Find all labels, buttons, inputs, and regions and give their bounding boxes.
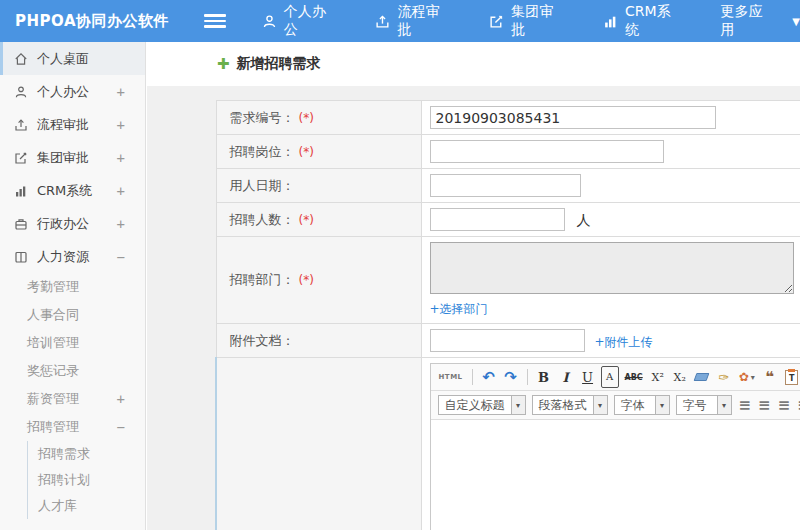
palette-icon: ✿ bbox=[739, 370, 749, 384]
add-icon: ✚ bbox=[217, 55, 230, 73]
html-source-button[interactable]: HTML bbox=[437, 366, 465, 388]
format-brush-button[interactable]: ✑ bbox=[715, 366, 733, 388]
field-label: 附件文档： bbox=[230, 333, 295, 348]
sidebar-item-salary[interactable]: 薪资管理 + bbox=[0, 385, 145, 413]
position-input[interactable] bbox=[430, 140, 664, 163]
font-style-button[interactable]: A bbox=[601, 366, 619, 388]
sidebar-submenu: 招聘需求 招聘计划 人才库 bbox=[27, 441, 145, 519]
upload-attachment-link[interactable]: +附件上传 bbox=[595, 335, 653, 349]
rich-text-editor: HTML ↶ ↷ B I U A ABC X² X₂ ✑ bbox=[430, 363, 800, 530]
sidebar-item-attendance[interactable]: 考勤管理 bbox=[0, 273, 145, 301]
sidebar-item-personal-desktop[interactable]: 个人桌面 bbox=[0, 42, 145, 75]
select-department-link[interactable]: +选择部门 bbox=[430, 302, 488, 316]
department-textarea[interactable] bbox=[430, 242, 794, 294]
nav-more-apps[interactable]: 更多应用 ▼ bbox=[721, 3, 800, 39]
sidebar-item-human-resources[interactable]: 人力资源 − bbox=[0, 240, 145, 273]
expand-icon[interactable]: + bbox=[117, 84, 125, 100]
hamburger-menu-icon[interactable] bbox=[204, 11, 226, 31]
book-icon bbox=[14, 250, 28, 264]
strikethrough-button[interactable]: ABC bbox=[623, 366, 645, 388]
form-row-department: 招聘部门：(*) +选择部门 bbox=[216, 237, 800, 324]
hire-date-input[interactable] bbox=[430, 174, 581, 197]
request-number-input[interactable] bbox=[430, 106, 716, 129]
main-content: ✚ 新增招聘需求 需求编号：(*) 招聘岗位：(*) 用人日期： 招聘人数：(*… bbox=[147, 42, 800, 530]
blockquote-button[interactable]: ❝ bbox=[761, 366, 779, 388]
headcount-input[interactable] bbox=[430, 208, 565, 231]
unit-label: 人 bbox=[577, 212, 591, 228]
sidebar-item-rewards[interactable]: 奖惩记录 bbox=[0, 357, 145, 385]
chart-icon bbox=[14, 184, 28, 198]
chevron-down-icon: ▾ bbox=[717, 396, 731, 414]
expand-icon[interactable]: + bbox=[117, 183, 125, 199]
sidebar-item-group-approval[interactable]: 集团审批 + bbox=[0, 141, 145, 174]
nav-workflow-approval[interactable]: 流程审批 bbox=[375, 3, 453, 39]
required-mark: (*) bbox=[299, 273, 314, 287]
redo-icon[interactable]: ↷ bbox=[502, 366, 520, 388]
nav-group-approval[interactable]: 集团审批 bbox=[489, 3, 567, 39]
nav-personal-office[interactable]: 个人办公 bbox=[262, 3, 340, 39]
field-label: 需求编号： bbox=[230, 110, 295, 125]
color-palette-button[interactable]: ✿▾ bbox=[737, 366, 757, 388]
sidebar-item-personal-office[interactable]: 个人办公 + bbox=[0, 75, 145, 108]
sidebar-item-admin-office[interactable]: 行政办公 + bbox=[0, 207, 145, 240]
editor-toolbar-row2: 自定义标题▾ 段落格式▾ 字体▾ 字号▾ ≡ ≡ ≡ ≡ bbox=[431, 391, 800, 420]
top-header: PHPOA协同办公软件 个人办公 流程审批 集团审批 CRM系统 更多应用 ▼ bbox=[0, 0, 800, 42]
field-label: 招聘岗位： bbox=[230, 144, 295, 159]
expand-icon[interactable]: + bbox=[117, 150, 125, 166]
required-mark: (*) bbox=[299, 111, 314, 125]
required-mark: (*) bbox=[299, 213, 314, 227]
nav-crm-system[interactable]: CRM系统 bbox=[603, 3, 684, 39]
field-label: 招聘部门： bbox=[230, 272, 295, 287]
align-left-button[interactable]: ≡ bbox=[739, 396, 751, 414]
italic-button[interactable]: I bbox=[557, 366, 575, 388]
sidebar-item-workflow-approval[interactable]: 流程审批 + bbox=[0, 108, 145, 141]
collapse-icon[interactable]: − bbox=[117, 249, 125, 265]
align-right-button[interactable]: ≡ bbox=[778, 396, 790, 414]
sidebar-item-training[interactable]: 培训管理 bbox=[0, 329, 145, 357]
required-mark: (*) bbox=[299, 145, 314, 159]
sidebar-item-crm-system[interactable]: CRM系统 + bbox=[0, 174, 145, 207]
editor-content-area[interactable] bbox=[431, 420, 800, 530]
undo-icon[interactable]: ↶ bbox=[480, 366, 498, 388]
sidebar-item-recruit-request[interactable]: 招聘需求 bbox=[28, 441, 145, 467]
form-row-attachment: 附件文档： +附件上传 bbox=[216, 324, 800, 358]
eraser-button[interactable] bbox=[693, 366, 711, 388]
custom-heading-select[interactable]: 自定义标题▾ bbox=[438, 395, 526, 415]
paragraph-format-select[interactable]: 段落格式▾ bbox=[532, 395, 608, 415]
font-size-select[interactable]: 字号▾ bbox=[676, 395, 732, 415]
home-icon bbox=[14, 52, 28, 66]
field-label: 招聘人数： bbox=[230, 212, 295, 227]
attachment-input[interactable] bbox=[430, 329, 585, 352]
app-logo: PHPOA协同办公软件 bbox=[0, 12, 190, 31]
font-family-select[interactable]: 字体▾ bbox=[614, 395, 670, 415]
page-title-bar: ✚ 新增招聘需求 bbox=[147, 42, 800, 86]
chart-icon bbox=[603, 14, 618, 29]
align-center-button[interactable]: ≡ bbox=[758, 396, 770, 414]
chevron-down-icon: ▾ bbox=[593, 396, 607, 414]
eraser-icon bbox=[694, 373, 710, 381]
expand-icon[interactable]: + bbox=[117, 117, 125, 133]
edit-icon bbox=[14, 151, 28, 165]
form-row-position: 招聘岗位：(*) bbox=[216, 135, 800, 169]
form-row-request-number: 需求编号：(*) bbox=[216, 101, 800, 135]
paste-button[interactable]: T bbox=[783, 366, 800, 388]
chevron-down-icon: ▾ bbox=[511, 396, 525, 414]
expand-icon[interactable]: + bbox=[117, 391, 125, 407]
collapse-icon[interactable]: − bbox=[117, 419, 125, 435]
chevron-down-icon: ▾ bbox=[655, 396, 669, 414]
form-row-headcount: 招聘人数：(*) 人 bbox=[216, 203, 800, 237]
underline-button[interactable]: U bbox=[579, 366, 597, 388]
subscript-button[interactable]: X₂ bbox=[671, 366, 689, 388]
user-icon bbox=[14, 85, 28, 99]
expand-icon[interactable]: + bbox=[117, 216, 125, 232]
flow-icon bbox=[14, 118, 28, 132]
sidebar-item-recruit-plan[interactable]: 招聘计划 bbox=[28, 467, 145, 493]
top-nav: 个人办公 流程审批 集团审批 CRM系统 更多应用 ▼ bbox=[226, 3, 800, 39]
bold-button[interactable]: B bbox=[535, 366, 553, 388]
toolbar-divider bbox=[527, 369, 528, 385]
sidebar-item-hr-contract[interactable]: 人事合同 bbox=[0, 301, 145, 329]
sidebar-item-recruit-mgmt[interactable]: 招聘管理 − bbox=[0, 413, 145, 441]
superscript-button[interactable]: X² bbox=[649, 366, 667, 388]
page-title: 新增招聘需求 bbox=[237, 55, 321, 73]
sidebar-item-talent-pool[interactable]: 人才库 bbox=[28, 493, 145, 519]
